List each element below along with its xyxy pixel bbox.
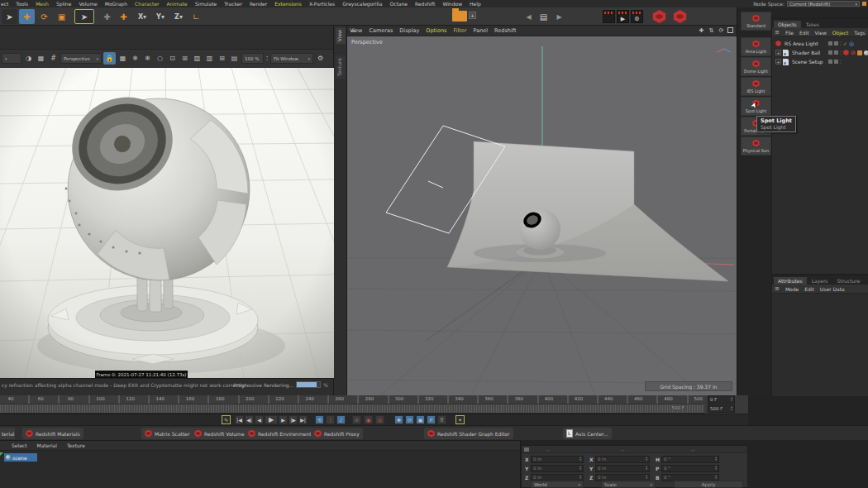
material-menu-item[interactable]: Material — [37, 443, 57, 448]
key-list-button[interactable]: ⋮ — [326, 415, 335, 424]
material-menu-item[interactable]: Select — [12, 443, 27, 448]
rotate-tool-icon[interactable]: ⟳ — [36, 9, 52, 24]
menubar-item[interactable]: Tracker — [224, 1, 242, 7]
expand-toggle[interactable]: + — [775, 59, 781, 65]
redshift-material-tag-icon[interactable] — [843, 50, 849, 55]
material-cut-button[interactable]: terial — [0, 428, 15, 439]
layer-toggle[interactable] — [834, 50, 838, 55]
pos-y-field[interactable]: 0 in▴▾ — [531, 465, 584, 472]
menubar-item[interactable]: Tools — [16, 1, 28, 7]
object-menu-view[interactable]: View — [815, 30, 827, 36]
object-manager-tab[interactable]: Takes — [802, 21, 823, 28]
stepper-arrows[interactable]: ▴▾ — [731, 397, 732, 402]
viewport-canvas[interactable]: Perspective Grid Spacing : 39.37 in — [347, 36, 737, 395]
viewport-menu-item[interactable]: Display — [399, 27, 419, 34]
menubar-item[interactable]: Volume — [79, 1, 97, 7]
maximize-view-icon[interactable] — [727, 27, 733, 33]
axis-lock-x-button[interactable]: X▾ — [134, 10, 150, 23]
rotate-view-icon[interactable]: ⟳ — [718, 26, 725, 35]
tweak-mode-icon[interactable]: ➤ — [74, 9, 94, 24]
menubar-item[interactable]: Spline — [56, 1, 71, 7]
coordinate-system-icon[interactable]: ∟ — [188, 9, 204, 24]
attribute-manager-tab[interactable]: Layers — [808, 277, 832, 285]
layer-toggle[interactable] — [828, 60, 832, 64]
attr-menu-mode[interactable]: Mode — [785, 286, 799, 292]
enabled-check-icon[interactable]: ✓ — [843, 41, 847, 46]
render-settings-icon[interactable]: ⚙ — [631, 10, 643, 23]
move-tool-icon[interactable]: ✚ — [19, 9, 35, 24]
layer-toggle[interactable] — [828, 41, 832, 45]
record-ring-button[interactable]: ◎ — [375, 415, 384, 424]
redshift-shader-graph-editor-button[interactable]: Redshift Shader Graph Editor — [424, 428, 513, 439]
attribute-manager-tab[interactable]: Structure — [832, 277, 864, 285]
viewport-menu-item[interactable]: Cameras — [369, 27, 393, 34]
loop-mode-button[interactable]: ⟲ — [315, 415, 324, 424]
visibility-dots[interactable]: ⁚ — [840, 41, 842, 46]
menubar-item[interactable]: X-Particles — [309, 1, 335, 7]
redshift-proxy-button[interactable]: Redshift Proxy — [311, 428, 363, 439]
key-position-button[interactable]: ✚ — [394, 415, 403, 424]
light-create-button[interactable]: Dome Light — [741, 57, 771, 76]
viewport-menu-item[interactable]: Redshift — [494, 27, 516, 34]
axis-center-button[interactable]: Axis Center... — [563, 428, 612, 439]
autokey-off-button[interactable]: ⊘ — [352, 415, 361, 424]
pos-x-field[interactable]: 0 in▴▾ — [531, 456, 584, 463]
next-frame-button[interactable]: ▶ — [279, 415, 288, 424]
dolly-view-icon[interactable]: ⇅ — [708, 26, 715, 35]
axis-lock-y-button[interactable]: Y▾ — [152, 10, 169, 23]
node-space-select[interactable]: Current (Redshift) ▾ — [787, 1, 860, 7]
layer-toggle[interactable] — [834, 41, 838, 45]
material-menu-item[interactable]: Texture — [67, 443, 85, 448]
apply-button[interactable]: Apply — [674, 481, 743, 488]
redshift-ipr-icon[interactable] — [673, 10, 687, 23]
menubar-item[interactable]: Render — [250, 1, 267, 7]
attr-menu-userdata[interactable]: User Data — [820, 286, 845, 292]
expand-toggle[interactable]: + — [775, 50, 781, 55]
object-menu-tags[interactable]: Tags — [854, 30, 865, 36]
object-menu-edit[interactable]: Edit — [799, 30, 809, 36]
axis-lock-z-button[interactable]: Z▾ — [170, 10, 187, 23]
current-frame-field[interactable]: 0 F ▴▾ — [708, 395, 735, 404]
object-menu-file[interactable]: File — [785, 30, 794, 36]
image-a-icon[interactable]: ▥ — [204, 52, 215, 65]
menubar-item[interactable]: Greyscalegorilla — [342, 1, 382, 7]
object-menu-object[interactable]: Object — [832, 30, 849, 36]
redshift-renderview-icon[interactable] — [652, 10, 666, 23]
scale-x-field[interactable]: 0 in▴▾ — [595, 456, 650, 463]
menubar-item[interactable]: MoGraph — [105, 1, 127, 7]
compare-icon[interactable]: ▨ — [192, 52, 203, 65]
viewport-menu-item[interactable]: Panel — [474, 27, 489, 34]
brush-tool-button[interactable]: ✎ — [222, 415, 231, 424]
hamburger-icon[interactable]: ≡ — [775, 29, 780, 36]
attr-menu-edit[interactable]: Edit — [804, 286, 814, 292]
end-frame-field[interactable]: 500 F ▴▾ — [708, 404, 735, 413]
save-file-icon[interactable]: + — [469, 12, 476, 19]
menubar-item[interactable]: Animate — [167, 1, 188, 7]
redshift-volume-button[interactable]: Redshift Volume — [191, 428, 248, 439]
viewport-menu-item[interactable]: Filter — [453, 27, 466, 34]
menubar-item[interactable]: Extensions — [274, 1, 302, 7]
key-scale-button[interactable]: ▣ — [416, 415, 425, 424]
snapshot-freeze-icon[interactable]: ❄ — [130, 52, 141, 65]
goto-prev-key-button[interactable]: ◀| — [245, 415, 254, 424]
layer-toggle[interactable] — [834, 60, 838, 64]
menubar-item[interactable]: Simulate — [195, 1, 217, 7]
modeling-axis-off-icon[interactable]: ✚ — [99, 9, 115, 24]
key-parameter-button[interactable]: P — [427, 415, 436, 424]
material-item-scene[interactable]: scene — [4, 453, 37, 462]
coordinate-mode-icon[interactable] — [524, 447, 529, 452]
fit-mode-select[interactable]: Fit Window▾ — [270, 53, 313, 64]
prev-frame-button[interactable]: ◀ — [255, 415, 264, 424]
rot-p-field[interactable]: 0 °▴▾ — [661, 465, 719, 472]
no-entry-tag-icon[interactable]: ⊘ — [851, 50, 856, 56]
menubar-item[interactable]: Mesh — [36, 1, 49, 7]
key-rotation-button[interactable]: ⟳ — [405, 415, 414, 424]
viewport-menu-item[interactable]: Options — [426, 27, 446, 34]
menubar-item[interactable]: Octane — [389, 1, 408, 7]
renderview-camera-select[interactable]: Perspective▾ — [60, 53, 102, 64]
timeline-scrollbar[interactable]: 500 F — [0, 404, 704, 414]
pan-view-icon[interactable]: ✚ — [698, 26, 705, 35]
hamburger-icon[interactable]: ≡ — [775, 285, 780, 292]
annotation-tag-icon[interactable] — [857, 50, 862, 55]
menubar-item[interactable]: Help — [470, 1, 481, 7]
